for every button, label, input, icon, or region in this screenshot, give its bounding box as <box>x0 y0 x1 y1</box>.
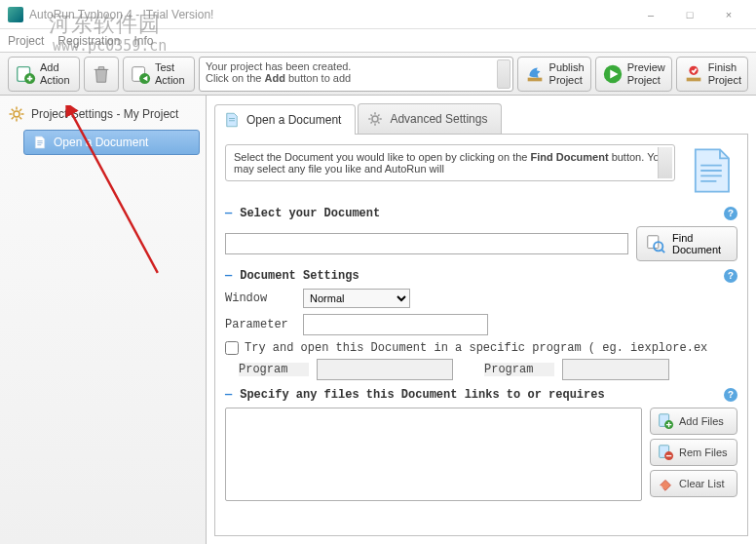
publish-label-1: Publish <box>549 61 585 73</box>
try-open-checkbox[interactable] <box>225 341 239 355</box>
publish-project-button[interactable]: Publish Project <box>517 57 591 92</box>
svg-point-6 <box>372 116 378 122</box>
window-label: Window <box>225 291 295 305</box>
publish-icon <box>524 63 546 85</box>
help-icon[interactable]: ? <box>724 388 737 402</box>
main-panel: Open a Document Advanced Settings Select… <box>207 96 756 544</box>
program-input-2 <box>562 359 669 380</box>
publish-label-2: Project <box>549 74 585 86</box>
tab-label: Open a Document <box>246 113 341 127</box>
help-icon[interactable]: ? <box>724 207 737 220</box>
clear-list-button[interactable]: Clear List <box>650 470 737 497</box>
linked-files-listbox[interactable] <box>225 408 642 501</box>
svg-point-5 <box>14 111 19 117</box>
tabs: Open a Document Advanced Settings <box>214 103 748 135</box>
tab-advanced-settings[interactable]: Advanced Settings <box>358 103 502 134</box>
status-line-1: Your project has been created. <box>206 60 507 72</box>
window-mode-select[interactable]: Normal <box>303 289 410 308</box>
finish-label-2: Project <box>708 74 741 86</box>
project-settings-label: Project Settings - My Project <box>31 107 178 121</box>
test-label-2: Action <box>155 74 185 86</box>
menubar: Project Registration Info <box>0 29 756 53</box>
preview-project-button[interactable]: Preview Project <box>595 57 672 92</box>
add-action-button[interactable]: Add Action <box>8 57 80 92</box>
finish-label-1: Finish <box>708 61 741 73</box>
minimize-button[interactable]: – <box>631 1 670 28</box>
finish-icon <box>683 63 704 85</box>
add-files-button[interactable]: Add Files <box>650 408 737 435</box>
parameter-input[interactable] <box>303 314 488 335</box>
window-title: AutoRun Typhoon 4 - !Trial Version! <box>29 8 631 21</box>
finish-project-button[interactable]: Finish Project <box>676 57 748 92</box>
status-line-2: Click on the Add button to add <box>206 72 507 84</box>
eraser-icon <box>657 475 674 492</box>
add-icon <box>15 63 36 85</box>
preview-label-2: Project <box>627 74 665 86</box>
close-button[interactable]: × <box>709 1 748 28</box>
app-icon <box>8 7 23 22</box>
program-label-2: Program <box>484 363 554 376</box>
add-label-2: Action <box>40 74 70 86</box>
test-icon <box>130 63 151 85</box>
try-open-label: Try and open this Document in a specific… <box>245 341 707 355</box>
trash-icon <box>91 63 112 85</box>
program-input <box>317 359 453 380</box>
project-settings-node[interactable]: Project Settings - My Project <box>6 101 200 127</box>
menu-project[interactable]: Project <box>8 34 44 48</box>
window-controls: – □ × <box>631 1 748 28</box>
help-icon[interactable]: ? <box>724 269 737 283</box>
sidebar-item-open-document[interactable]: Open a Document <box>23 130 200 155</box>
preview-label-1: Preview <box>627 61 665 73</box>
tab-label: Advanced Settings <box>390 112 487 126</box>
document-icon <box>32 135 48 150</box>
status-message: Your project has been created. Click on … <box>199 57 513 92</box>
info-text: Select the Document you would like to op… <box>225 144 675 181</box>
titlebar: AutoRun Typhoon 4 - !Trial Version! – □ … <box>0 0 756 29</box>
toolbar: Add Action Test Action Your project has … <box>0 53 756 96</box>
gear-icon <box>366 110 384 128</box>
remove-files-button[interactable]: Rem Files <box>650 439 737 466</box>
section-document-settings: — Document Settings ? <box>225 269 737 283</box>
info-scrollbar[interactable] <box>658 147 672 178</box>
panel-body: Select the Document you would like to op… <box>214 135 748 536</box>
add-file-icon <box>657 412 674 430</box>
find-document-button[interactable]: Find Document <box>636 226 737 261</box>
message-scrollbar[interactable] <box>497 59 510 89</box>
document-icon <box>223 111 241 129</box>
menu-registration[interactable]: Registration <box>57 34 120 48</box>
section-select-document: — Select your Document ? <box>225 207 737 220</box>
program-label: Program <box>239 363 309 376</box>
remove-file-icon <box>657 444 674 461</box>
test-label-1: Test <box>155 61 185 73</box>
gear-icon <box>8 105 25 123</box>
parameter-label: Parameter <box>225 318 295 331</box>
delete-button[interactable] <box>84 57 119 92</box>
tab-open-document[interactable]: Open a Document <box>214 104 356 135</box>
maximize-button[interactable]: □ <box>670 1 709 28</box>
content-area: Project Settings - My Project Open a Doc… <box>0 96 756 544</box>
section-linked-files: — Specify any files this Document links … <box>225 388 737 402</box>
document-path-input[interactable] <box>225 233 628 254</box>
add-label-1: Add <box>40 61 70 73</box>
sidebar: Project Settings - My Project Open a Doc… <box>0 96 207 544</box>
menu-info[interactable]: Info <box>133 34 153 48</box>
test-action-button[interactable]: Test Action <box>123 57 195 92</box>
sidebar-item-label: Open a Document <box>54 136 148 149</box>
play-icon <box>602 63 624 85</box>
document-large-icon <box>685 144 737 197</box>
search-icon <box>645 233 666 254</box>
